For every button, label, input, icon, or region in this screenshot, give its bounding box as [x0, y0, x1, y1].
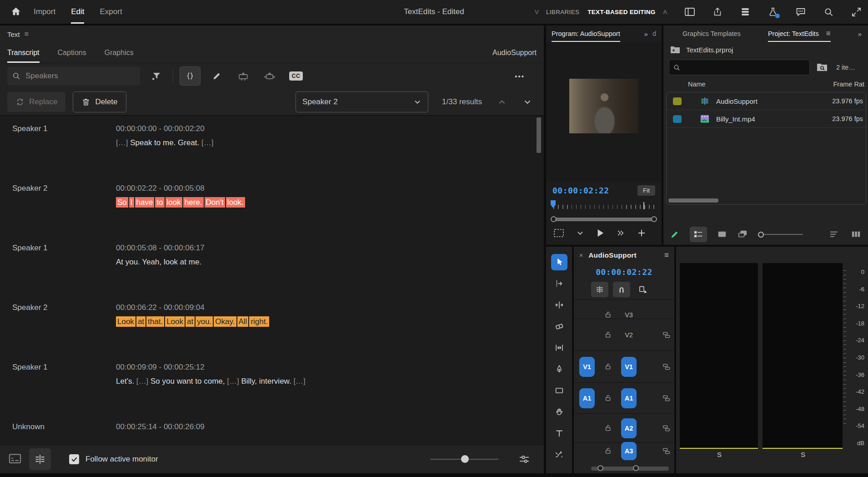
thumbnail-strip-icon[interactable] [851, 230, 862, 239]
track-settings-icon[interactable] [662, 447, 671, 455]
target-badge[interactable]: A1 [621, 388, 637, 408]
track-settings-icon[interactable] [662, 425, 671, 432]
selection-tool[interactable] [551, 254, 567, 270]
source-patch-v1[interactable]: V1 [574, 357, 600, 377]
freeform-view-button[interactable] [737, 229, 748, 239]
search-icon[interactable] [823, 7, 834, 17]
source-patch-a1[interactable]: A1 [574, 388, 600, 408]
hand-tool[interactable] [551, 404, 567, 420]
slider-knob[interactable] [461, 455, 469, 463]
track-settings-icon[interactable] [662, 395, 671, 402]
zoom-slider-knob[interactable] [758, 232, 764, 238]
target-badge[interactable]: A3 [621, 442, 637, 460]
item-name[interactable]: AudioSupport [716, 97, 758, 105]
share-icon[interactable] [712, 6, 722, 17]
transcript-row[interactable]: Speaker 100:00:09:09 - 00:00:25:12Let's.… [0, 360, 544, 420]
filter-icon[interactable] [146, 67, 166, 85]
captions-view-icon[interactable] [7, 452, 23, 467]
source-badge[interactable]: V1 [579, 357, 595, 377]
track-settings-icon[interactable] [662, 331, 671, 339]
solo-right-button[interactable]: S [797, 451, 809, 458]
display-settings-icon[interactable] [518, 453, 530, 465]
scroll-handle-left[interactable] [597, 465, 603, 471]
zoom-handle-right[interactable] [651, 216, 657, 222]
program-monitor-tab[interactable]: Program: AudioSupport [552, 25, 620, 42]
transcript-list[interactable]: Speaker 100:00:00:00 - 00:00:02:20[…] Sp… [0, 115, 544, 445]
window-layout-icon[interactable] [684, 7, 695, 17]
target-badge[interactable]: A2 [621, 418, 637, 438]
panel-menu-icon[interactable]: ≡ [25, 30, 29, 38]
workspace-text-based-editing[interactable]: TEXT-BASED EDITING [587, 9, 655, 15]
create-subtitles-icon[interactable] [260, 67, 280, 85]
create-captions-icon[interactable] [233, 67, 253, 85]
label-color-swatch[interactable] [673, 97, 682, 105]
type-tool[interactable] [551, 425, 567, 441]
transcript-view-icon[interactable] [29, 448, 51, 470]
horizontal-scrollbar-thumb[interactable] [668, 198, 718, 203]
transcript-row[interactable]: Speaker 200:00:02:22 - 00:00:05:08SoIhav… [0, 182, 544, 241]
fit-zoom-button[interactable]: Fit [637, 185, 655, 196]
project-writable-icon[interactable] [670, 229, 680, 239]
transcript-row[interactable]: Unknown00:00:25:14 - 00:00:26:09 [0, 420, 544, 445]
follow-monitor-checkbox[interactable] [69, 454, 79, 464]
menu-export[interactable]: Export [100, 0, 122, 24]
more-options-icon[interactable]: ••• [515, 72, 525, 80]
sort-icon[interactable] [829, 230, 839, 239]
scrollbar-thumb[interactable] [537, 117, 541, 153]
button-editor-icon[interactable] [637, 228, 646, 238]
label-color-swatch[interactable] [673, 115, 682, 123]
track-target-a1[interactable]: A1 [616, 388, 642, 408]
snap-magnet-icon[interactable] [613, 282, 630, 297]
menu-import[interactable]: Import [34, 0, 55, 24]
track-lock-icon[interactable] [600, 331, 616, 339]
speaker-filter-dropdown[interactable]: Speaker 2 [296, 91, 428, 112]
icon-view-button[interactable] [717, 230, 727, 239]
fullscreen-icon[interactable] [851, 7, 862, 17]
track-target-v1[interactable]: V1 [616, 357, 642, 377]
track-lock-icon[interactable] [600, 394, 616, 402]
program-zoom-scrollbar[interactable] [552, 218, 656, 221]
source-badge[interactable]: A1 [579, 388, 595, 408]
project-search-input[interactable] [684, 63, 806, 71]
transcript-row[interactable]: Speaker 100:00:05:08 - 00:00:06:17At you… [0, 241, 544, 301]
search-bins-icon[interactable] [816, 62, 828, 72]
panel-menu-icon[interactable]: ≡ [826, 29, 831, 38]
text-size-slider[interactable] [430, 459, 498, 460]
tab-overflow-icon[interactable]: » [644, 30, 648, 38]
chevron-down-icon[interactable] [576, 229, 584, 237]
track-select-forward-tool[interactable] [551, 275, 567, 292]
transcript-row[interactable]: Speaker 200:00:06:22 - 00:00:09:04Lookat… [0, 301, 544, 360]
text-panel-tab[interactable]: Text [7, 30, 20, 38]
home-icon[interactable] [10, 6, 22, 18]
item-name[interactable]: Billy_Int.mp4 [716, 115, 755, 123]
next-result-icon[interactable] [518, 97, 537, 107]
project-item-row[interactable]: AudioSupport23.976 fps [667, 92, 866, 110]
feedback-icon[interactable] [795, 6, 806, 17]
rectangle-tool[interactable] [551, 382, 567, 399]
track-lock-icon[interactable] [600, 447, 616, 455]
transcript-row[interactable]: Speaker 100:00:00:00 - 00:00:02:20[…] Sp… [0, 122, 544, 182]
search-input[interactable] [25, 71, 135, 81]
project-breadcrumb[interactable]: TextEdits.prproj [686, 46, 733, 54]
track-target-a3[interactable]: A3 [616, 442, 642, 460]
tab-project-textedits[interactable]: Project: TextEdits [768, 25, 819, 42]
linked-selection-icon[interactable] [635, 282, 652, 297]
delete-button[interactable]: Delete [73, 91, 126, 112]
pen-tool[interactable] [551, 361, 567, 377]
speaker-search-box[interactable] [7, 67, 140, 85]
timeline-scrollbar[interactable] [591, 467, 669, 471]
program-mini-timeline[interactable] [551, 200, 657, 214]
beaker-icon[interactable] [768, 6, 778, 17]
scroll-handle-right[interactable] [633, 465, 639, 471]
workspaces-icon[interactable] [740, 6, 751, 17]
project-item-row[interactable]: Billy_Int.mp423.976 fps [667, 110, 866, 128]
slip-tool[interactable] [551, 340, 567, 356]
remix-tool[interactable] [551, 447, 567, 463]
target-badge[interactable]: V1 [621, 357, 637, 377]
menu-edit[interactable]: Edit [71, 0, 84, 24]
close-sequence-icon[interactable]: × [579, 252, 583, 259]
ripple-edit-tool[interactable] [551, 297, 567, 313]
track-lock-icon[interactable] [600, 424, 616, 432]
edit-transcript-icon[interactable] [207, 67, 227, 85]
thumbnail-zoom-slider[interactable] [758, 232, 803, 238]
